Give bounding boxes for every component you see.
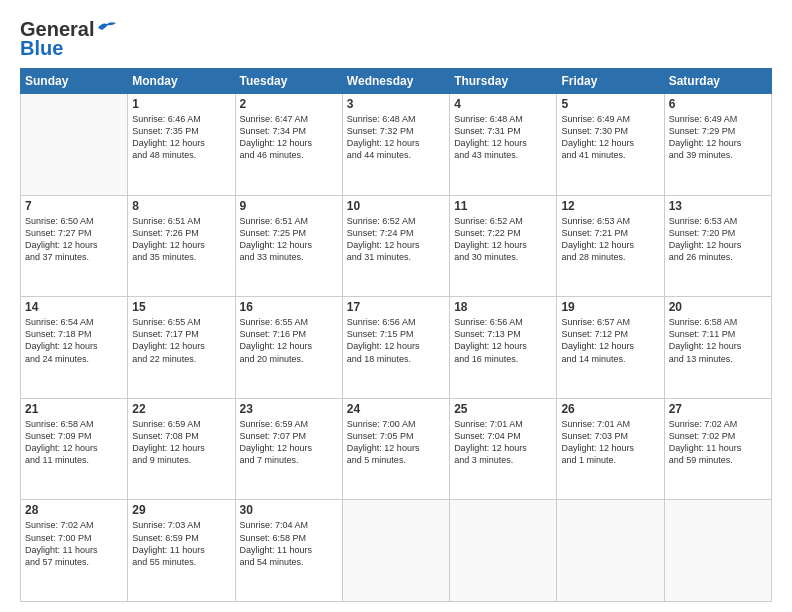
weekday-header: Thursday: [450, 69, 557, 94]
day-number: 4: [454, 97, 552, 111]
calendar-cell: 2Sunrise: 6:47 AM Sunset: 7:34 PM Daylig…: [235, 94, 342, 196]
logo: General Blue: [20, 18, 118, 60]
day-info: Sunrise: 6:59 AM Sunset: 7:08 PM Dayligh…: [132, 418, 230, 467]
calendar-cell: 23Sunrise: 6:59 AM Sunset: 7:07 PM Dayli…: [235, 398, 342, 500]
calendar-cell: 21Sunrise: 6:58 AM Sunset: 7:09 PM Dayli…: [21, 398, 128, 500]
calendar-week-row: 28Sunrise: 7:02 AM Sunset: 7:00 PM Dayli…: [21, 500, 772, 602]
calendar-cell: 20Sunrise: 6:58 AM Sunset: 7:11 PM Dayli…: [664, 297, 771, 399]
weekday-header: Wednesday: [342, 69, 449, 94]
day-number: 16: [240, 300, 338, 314]
calendar-cell: 25Sunrise: 7:01 AM Sunset: 7:04 PM Dayli…: [450, 398, 557, 500]
calendar-cell: 29Sunrise: 7:03 AM Sunset: 6:59 PM Dayli…: [128, 500, 235, 602]
day-info: Sunrise: 7:02 AM Sunset: 7:00 PM Dayligh…: [25, 519, 123, 568]
day-number: 19: [561, 300, 659, 314]
weekday-header: Sunday: [21, 69, 128, 94]
day-info: Sunrise: 6:46 AM Sunset: 7:35 PM Dayligh…: [132, 113, 230, 162]
day-info: Sunrise: 7:03 AM Sunset: 6:59 PM Dayligh…: [132, 519, 230, 568]
day-info: Sunrise: 6:52 AM Sunset: 7:24 PM Dayligh…: [347, 215, 445, 264]
calendar-cell: [21, 94, 128, 196]
calendar-week-row: 1Sunrise: 6:46 AM Sunset: 7:35 PM Daylig…: [21, 94, 772, 196]
day-number: 7: [25, 199, 123, 213]
day-number: 20: [669, 300, 767, 314]
day-info: Sunrise: 7:00 AM Sunset: 7:05 PM Dayligh…: [347, 418, 445, 467]
weekday-header: Saturday: [664, 69, 771, 94]
day-number: 5: [561, 97, 659, 111]
day-number: 29: [132, 503, 230, 517]
day-info: Sunrise: 6:48 AM Sunset: 7:32 PM Dayligh…: [347, 113, 445, 162]
calendar-cell: 15Sunrise: 6:55 AM Sunset: 7:17 PM Dayli…: [128, 297, 235, 399]
day-number: 15: [132, 300, 230, 314]
day-info: Sunrise: 6:50 AM Sunset: 7:27 PM Dayligh…: [25, 215, 123, 264]
calendar-cell: 18Sunrise: 6:56 AM Sunset: 7:13 PM Dayli…: [450, 297, 557, 399]
weekday-header: Friday: [557, 69, 664, 94]
calendar-cell: 11Sunrise: 6:52 AM Sunset: 7:22 PM Dayli…: [450, 195, 557, 297]
day-info: Sunrise: 6:51 AM Sunset: 7:26 PM Dayligh…: [132, 215, 230, 264]
day-number: 24: [347, 402, 445, 416]
calendar-week-row: 7Sunrise: 6:50 AM Sunset: 7:27 PM Daylig…: [21, 195, 772, 297]
day-number: 10: [347, 199, 445, 213]
day-info: Sunrise: 6:57 AM Sunset: 7:12 PM Dayligh…: [561, 316, 659, 365]
calendar-cell: 10Sunrise: 6:52 AM Sunset: 7:24 PM Dayli…: [342, 195, 449, 297]
day-number: 1: [132, 97, 230, 111]
calendar-cell: 22Sunrise: 6:59 AM Sunset: 7:08 PM Dayli…: [128, 398, 235, 500]
calendar-cell: 26Sunrise: 7:01 AM Sunset: 7:03 PM Dayli…: [557, 398, 664, 500]
calendar-week-row: 21Sunrise: 6:58 AM Sunset: 7:09 PM Dayli…: [21, 398, 772, 500]
day-number: 11: [454, 199, 552, 213]
day-info: Sunrise: 6:48 AM Sunset: 7:31 PM Dayligh…: [454, 113, 552, 162]
calendar-cell: 9Sunrise: 6:51 AM Sunset: 7:25 PM Daylig…: [235, 195, 342, 297]
day-number: 14: [25, 300, 123, 314]
day-number: 9: [240, 199, 338, 213]
day-info: Sunrise: 6:51 AM Sunset: 7:25 PM Dayligh…: [240, 215, 338, 264]
day-info: Sunrise: 6:49 AM Sunset: 7:29 PM Dayligh…: [669, 113, 767, 162]
calendar-cell: [342, 500, 449, 602]
day-number: 27: [669, 402, 767, 416]
calendar-cell: 16Sunrise: 6:55 AM Sunset: 7:16 PM Dayli…: [235, 297, 342, 399]
day-info: Sunrise: 7:04 AM Sunset: 6:58 PM Dayligh…: [240, 519, 338, 568]
day-info: Sunrise: 6:56 AM Sunset: 7:13 PM Dayligh…: [454, 316, 552, 365]
day-number: 13: [669, 199, 767, 213]
day-info: Sunrise: 6:49 AM Sunset: 7:30 PM Dayligh…: [561, 113, 659, 162]
calendar-cell: 1Sunrise: 6:46 AM Sunset: 7:35 PM Daylig…: [128, 94, 235, 196]
day-number: 21: [25, 402, 123, 416]
day-number: 28: [25, 503, 123, 517]
calendar-cell: 27Sunrise: 7:02 AM Sunset: 7:02 PM Dayli…: [664, 398, 771, 500]
calendar-cell: 7Sunrise: 6:50 AM Sunset: 7:27 PM Daylig…: [21, 195, 128, 297]
day-info: Sunrise: 6:52 AM Sunset: 7:22 PM Dayligh…: [454, 215, 552, 264]
calendar-cell: 3Sunrise: 6:48 AM Sunset: 7:32 PM Daylig…: [342, 94, 449, 196]
day-number: 30: [240, 503, 338, 517]
calendar-cell: 8Sunrise: 6:51 AM Sunset: 7:26 PM Daylig…: [128, 195, 235, 297]
calendar-cell: 30Sunrise: 7:04 AM Sunset: 6:58 PM Dayli…: [235, 500, 342, 602]
day-info: Sunrise: 7:01 AM Sunset: 7:04 PM Dayligh…: [454, 418, 552, 467]
day-info: Sunrise: 6:58 AM Sunset: 7:09 PM Dayligh…: [25, 418, 123, 467]
day-info: Sunrise: 6:47 AM Sunset: 7:34 PM Dayligh…: [240, 113, 338, 162]
header: General Blue: [20, 18, 772, 60]
day-info: Sunrise: 6:55 AM Sunset: 7:16 PM Dayligh…: [240, 316, 338, 365]
day-info: Sunrise: 6:53 AM Sunset: 7:20 PM Dayligh…: [669, 215, 767, 264]
day-number: 25: [454, 402, 552, 416]
day-info: Sunrise: 6:59 AM Sunset: 7:07 PM Dayligh…: [240, 418, 338, 467]
calendar-cell: 14Sunrise: 6:54 AM Sunset: 7:18 PM Dayli…: [21, 297, 128, 399]
page: General Blue SundayMondayTuesdayWednesda…: [0, 0, 792, 612]
weekday-header: Monday: [128, 69, 235, 94]
calendar-cell: 24Sunrise: 7:00 AM Sunset: 7:05 PM Dayli…: [342, 398, 449, 500]
calendar-header-row: SundayMondayTuesdayWednesdayThursdayFrid…: [21, 69, 772, 94]
calendar-table: SundayMondayTuesdayWednesdayThursdayFrid…: [20, 68, 772, 602]
day-number: 23: [240, 402, 338, 416]
day-number: 8: [132, 199, 230, 213]
day-number: 18: [454, 300, 552, 314]
day-number: 2: [240, 97, 338, 111]
calendar-cell: 17Sunrise: 6:56 AM Sunset: 7:15 PM Dayli…: [342, 297, 449, 399]
calendar-cell: 4Sunrise: 6:48 AM Sunset: 7:31 PM Daylig…: [450, 94, 557, 196]
day-number: 22: [132, 402, 230, 416]
calendar-week-row: 14Sunrise: 6:54 AM Sunset: 7:18 PM Dayli…: [21, 297, 772, 399]
calendar-cell: 12Sunrise: 6:53 AM Sunset: 7:21 PM Dayli…: [557, 195, 664, 297]
calendar-cell: 28Sunrise: 7:02 AM Sunset: 7:00 PM Dayli…: [21, 500, 128, 602]
calendar-cell: 19Sunrise: 6:57 AM Sunset: 7:12 PM Dayli…: [557, 297, 664, 399]
logo-blue: Blue: [20, 37, 63, 60]
weekday-header: Tuesday: [235, 69, 342, 94]
day-number: 17: [347, 300, 445, 314]
calendar-cell: [450, 500, 557, 602]
day-info: Sunrise: 6:54 AM Sunset: 7:18 PM Dayligh…: [25, 316, 123, 365]
day-number: 6: [669, 97, 767, 111]
calendar-cell: 5Sunrise: 6:49 AM Sunset: 7:30 PM Daylig…: [557, 94, 664, 196]
